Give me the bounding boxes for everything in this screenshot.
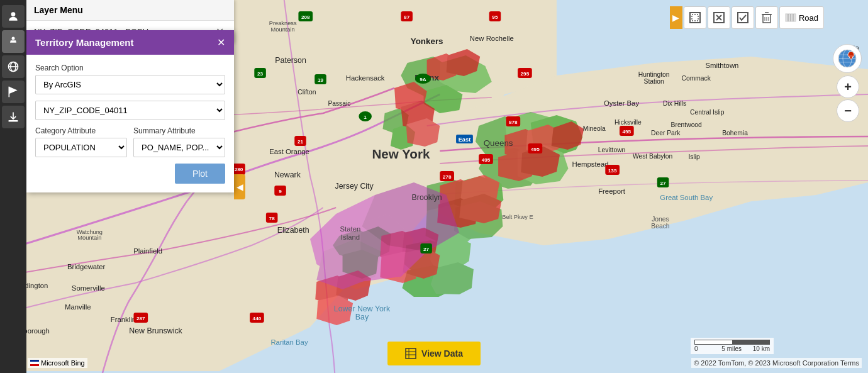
svg-point-150 xyxy=(11,12,16,16)
svg-point-151 xyxy=(12,37,15,40)
svg-text:Belt Pkwy E: Belt Pkwy E xyxy=(502,214,533,220)
svg-text:Hackensack: Hackensack xyxy=(346,74,385,82)
territory-panel-close[interactable]: ✕ xyxy=(217,36,225,48)
svg-text:Smithtown: Smithtown xyxy=(705,62,738,69)
svg-text:Bridgewater: Bridgewater xyxy=(67,263,106,270)
view-data-button[interactable]: View Data xyxy=(387,342,481,365)
sidebar-btn-user[interactable] xyxy=(2,5,25,28)
svg-text:287: 287 xyxy=(136,316,145,321)
svg-text:Island: Island xyxy=(341,233,360,241)
svg-text:19: 19 xyxy=(318,77,324,83)
svg-text:Newark: Newark xyxy=(274,170,301,179)
search-option-select[interactable]: By ArcGIS By Layer xyxy=(35,75,225,94)
svg-text:Plainfield: Plainfield xyxy=(133,247,162,255)
svg-text:Passaic: Passaic xyxy=(328,100,350,107)
svg-marker-155 xyxy=(9,87,17,94)
svg-rect-159 xyxy=(692,14,698,21)
territory-header: Territory Management ✕ xyxy=(26,30,234,55)
svg-text:Paterson: Paterson xyxy=(275,56,306,65)
sidebar-btn-layers[interactable] xyxy=(2,55,25,78)
svg-text:Queens: Queens xyxy=(484,138,513,148)
svg-text:295: 295 xyxy=(521,71,530,77)
clear-selection-btn[interactable] xyxy=(708,6,730,29)
expand-arrow-btn[interactable]: ▶ xyxy=(670,6,682,29)
layer-select[interactable]: NY_ZIP_CODE_04011 xyxy=(35,101,225,120)
summary-attribute-col: Summary Attribute PO_NAME, POP... xyxy=(133,126,225,157)
svg-text:Preakness: Preakness xyxy=(269,20,297,26)
territory-body: Search Option By ArcGIS By Layer NY_ZIP_… xyxy=(26,55,234,192)
svg-rect-163 xyxy=(738,13,748,23)
svg-text:Manville: Manville xyxy=(65,303,91,311)
svg-text:87: 87 xyxy=(404,14,410,20)
sidebar-btn-person[interactable] xyxy=(2,30,25,53)
zoom-in-btn[interactable]: + xyxy=(837,75,859,98)
collapse-arrow-left[interactable]: ◀ xyxy=(234,174,245,199)
svg-text:280: 280 xyxy=(235,167,243,172)
scale-miles: 0 xyxy=(694,345,698,352)
svg-text:Franklin: Franklin xyxy=(111,316,136,323)
summary-attribute-label: Summary Attribute xyxy=(133,126,225,135)
svg-text:Mineola: Mineola xyxy=(583,125,606,132)
svg-text:East: East xyxy=(459,136,471,143)
svg-text:Brooklyn: Brooklyn xyxy=(412,193,442,202)
svg-text:135: 135 xyxy=(608,168,617,174)
attribute-row: Category Attribute POPULATION Summary At… xyxy=(35,126,225,157)
svg-text:Beach: Beach xyxy=(651,223,669,230)
svg-text:208: 208 xyxy=(301,14,310,20)
territory-panel: Territory Management ✕ Search Option By … xyxy=(26,30,234,192)
road-label-btn[interactable]: Road xyxy=(779,6,824,29)
copyright-text: © 2022 TomTom, © 2023 Microsoft Corporat… xyxy=(694,359,859,367)
sidebar-btn-download[interactable] xyxy=(2,106,25,128)
svg-text:95: 95 xyxy=(492,14,498,20)
globe-locator-btn[interactable] xyxy=(833,44,862,73)
svg-text:Raritan Bay: Raritan Bay xyxy=(270,338,308,346)
sidebar xyxy=(0,0,26,373)
svg-text:Oyster Bay: Oyster Bay xyxy=(604,99,639,107)
category-attribute-select[interactable]: POPULATION xyxy=(35,138,127,157)
svg-text:Lower New York: Lower New York xyxy=(334,304,391,313)
svg-text:Station: Station xyxy=(644,78,664,85)
plot-button[interactable]: Plot xyxy=(175,164,225,184)
layer-menu-title: Layer Menu xyxy=(34,5,83,15)
svg-text:Freeport: Freeport xyxy=(598,187,626,195)
svg-text:Mountain: Mountain xyxy=(77,235,101,241)
select-tool-btn[interactable] xyxy=(684,6,706,29)
category-attribute-label: Category Attribute xyxy=(35,126,127,135)
category-attribute-col: Category Attribute POPULATION xyxy=(35,126,127,157)
copyright: © 2022 TomTom, © 2023 Microsoft Corporat… xyxy=(691,358,862,368)
svg-text:New Rochelle: New Rochelle xyxy=(470,35,514,42)
svg-text:495: 495 xyxy=(531,147,540,152)
zoom-out-btn[interactable]: − xyxy=(837,99,859,122)
bing-logo: Microsoft Bing xyxy=(28,358,87,368)
svg-text:495: 495 xyxy=(622,129,631,135)
svg-text:Central Islip: Central Islip xyxy=(690,109,725,116)
svg-text:Hicksville: Hicksville xyxy=(615,119,642,126)
svg-text:Clifton: Clifton xyxy=(298,89,316,96)
svg-text:878: 878 xyxy=(509,120,518,125)
view-data-label: View Data xyxy=(421,348,463,359)
svg-text:New Brunswick: New Brunswick xyxy=(129,326,182,335)
check-btn[interactable] xyxy=(732,6,754,29)
sidebar-btn-flag[interactable] xyxy=(2,81,25,103)
svg-text:440: 440 xyxy=(253,316,262,321)
svg-text:Dix Hills: Dix Hills xyxy=(663,100,686,107)
road-label-text: Road xyxy=(799,13,818,23)
svg-rect-181 xyxy=(406,348,416,359)
svg-text:Islip: Islip xyxy=(688,153,700,160)
svg-rect-157 xyxy=(9,120,18,122)
svg-text:Brentwood: Brentwood xyxy=(671,121,702,128)
search-option-label: Search Option xyxy=(35,64,225,72)
svg-text:Elizabeth: Elizabeth xyxy=(277,226,309,235)
svg-text:Mountain: Mountain xyxy=(271,26,295,33)
delete-btn[interactable] xyxy=(755,6,778,29)
zoom-controls: + − xyxy=(837,75,859,122)
table-icon xyxy=(405,348,416,359)
scale-km-label: 10 km xyxy=(753,345,770,352)
plot-btn-row: Plot xyxy=(35,164,225,184)
summary-attribute-select[interactable]: PO_NAME, POP... xyxy=(133,138,225,157)
svg-text:27: 27 xyxy=(660,181,666,186)
territory-panel-title: Territory Management xyxy=(35,37,133,48)
top-right-toolbar: ▶ xyxy=(670,6,824,29)
bing-label: Microsoft Bing xyxy=(41,359,85,367)
svg-text:Commack: Commack xyxy=(682,75,711,82)
